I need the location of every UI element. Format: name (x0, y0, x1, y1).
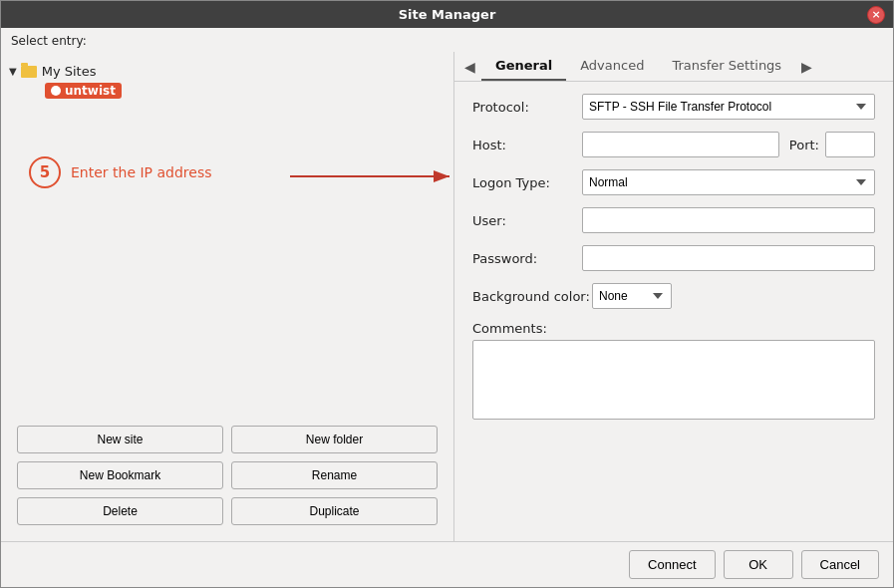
dialog-title: Site Manager (399, 7, 496, 22)
bg-color-row: Background color: None Red Green Blue Ye… (472, 283, 875, 309)
user-row: User: (472, 207, 875, 233)
site-badge-icon (51, 86, 61, 96)
tab-general[interactable]: General (481, 52, 566, 81)
site-name: untwist (65, 84, 116, 98)
tree-item-untwist[interactable]: untwist (37, 81, 453, 101)
folder-icon (21, 66, 37, 78)
title-bar: Site Manager × (1, 1, 893, 28)
footer-bar: Connect OK Cancel (1, 541, 893, 587)
bg-color-select[interactable]: None Red Green Blue Yellow (592, 283, 672, 309)
connect-button[interactable]: Connect (629, 550, 715, 579)
ok-button[interactable]: OK (724, 550, 793, 579)
bottom-buttons: New site New folder New Bookmark Rename … (1, 416, 453, 535)
new-bookmark-button[interactable]: New Bookmark (17, 461, 223, 489)
left-panel: ▼ My Sites untwist 5 (1, 52, 454, 541)
logon-type-row: Logon Type: Normal Anonymous Ask for pas… (472, 169, 875, 195)
password-label: Password: (472, 251, 582, 266)
protocol-select[interactable]: SFTP - SSH File Transfer Protocol FTP - … (582, 94, 875, 120)
close-button[interactable]: × (867, 6, 885, 24)
comments-textarea[interactable] (472, 340, 875, 420)
tab-bar: ◀ General Advanced Transfer Settings ▶ (454, 52, 893, 82)
close-icon: × (871, 9, 880, 20)
expand-arrow-icon: ▼ (9, 66, 17, 77)
user-input[interactable] (582, 207, 875, 233)
cancel-button[interactable]: Cancel (801, 550, 879, 579)
host-input[interactable] (582, 132, 779, 157)
tree-area: ▼ My Sites untwist (1, 58, 453, 416)
port-input[interactable] (825, 132, 875, 157)
delete-button[interactable]: Delete (17, 497, 223, 525)
host-row: Host: Port: (472, 132, 875, 157)
port-label: Port: (789, 138, 819, 152)
user-label: User: (472, 213, 582, 228)
bg-color-label: Background color: (472, 289, 592, 304)
tab-transfer-settings[interactable]: Transfer Settings (658, 52, 795, 81)
select-entry-label: Select entry: (1, 28, 893, 52)
comments-label: Comments: (472, 321, 875, 336)
main-content: ▼ My Sites untwist 5 (1, 52, 893, 541)
tree-child-untwist: untwist (1, 81, 453, 101)
rename-button[interactable]: Rename (231, 461, 438, 489)
password-row: Password: (472, 245, 875, 271)
tab-next-button[interactable]: ▶ (795, 55, 818, 79)
site-badge[interactable]: untwist (45, 83, 122, 99)
tab-prev-button[interactable]: ◀ (458, 55, 481, 79)
new-site-button[interactable]: New site (17, 426, 223, 453)
tree-item-my-sites[interactable]: ▼ My Sites (1, 62, 453, 81)
protocol-label: Protocol: (472, 100, 582, 115)
right-panel: ◀ General Advanced Transfer Settings ▶ P… (454, 52, 893, 541)
form-area: Protocol: SFTP - SSH File Transfer Proto… (454, 82, 893, 541)
comments-container: Comments: (472, 321, 875, 423)
new-folder-button[interactable]: New folder (231, 426, 438, 453)
my-sites-label: My Sites (42, 64, 97, 79)
logon-type-select[interactable]: Normal Anonymous Ask for password Intera… (582, 169, 875, 195)
password-input[interactable] (582, 245, 875, 271)
dialog: Site Manager × Select entry: ▼ My Sites (0, 0, 894, 588)
protocol-row: Protocol: SFTP - SSH File Transfer Proto… (472, 94, 875, 120)
host-label: Host: (472, 138, 582, 152)
logon-type-label: Logon Type: (472, 175, 582, 190)
duplicate-button[interactable]: Duplicate (231, 497, 438, 525)
tab-advanced[interactable]: Advanced (566, 52, 658, 81)
